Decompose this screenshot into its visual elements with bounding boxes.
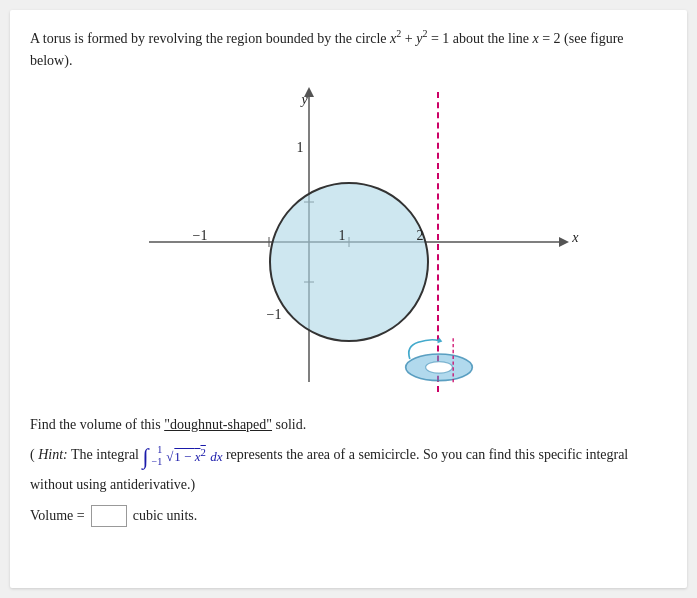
volume-label: Volume =: [30, 508, 85, 524]
hint-line: ( Hint: The integral ∫ 1 −1 √1 − x2 dx r…: [30, 442, 667, 469]
svg-point-9: [425, 362, 452, 374]
volume-input[interactable]: [91, 505, 127, 527]
label-1-top: 1: [297, 140, 304, 156]
hint-line2: without using antiderivative.): [30, 472, 667, 497]
torus-illustration: [399, 334, 479, 384]
hint-open-paren: (: [30, 447, 38, 462]
label-neg1-bottom: −1: [267, 307, 282, 323]
problem-statement: A torus is formed by revolving the regio…: [30, 26, 667, 72]
unit-circle: [269, 182, 429, 342]
question-section: Find the volume of this "doughnut-shaped…: [30, 412, 667, 527]
svg-marker-2: [559, 237, 569, 247]
y-axis-label: y: [302, 92, 308, 108]
doughnut-text: "doughnut-shaped": [164, 417, 272, 432]
sqrt-content: 1 − x2: [173, 449, 207, 464]
integral-upper: 1: [157, 444, 162, 456]
volume-line: Volume = cubic units.: [30, 505, 667, 527]
hint-suffix: represents the area of a semicircle. So …: [226, 447, 628, 462]
x-axis-label: x: [572, 230, 578, 246]
integral-symbol: ∫: [143, 446, 149, 468]
label-neg1-left: −1: [193, 228, 208, 244]
integral-limits: 1 −1: [152, 444, 163, 468]
label-1-right: 1: [339, 228, 346, 244]
hint-label: Hint:: [38, 447, 68, 462]
figure: y x 1 −1 1 −1 2: [109, 82, 589, 402]
integral-integrand: √1 − x2 dx: [166, 443, 222, 469]
find-volume-text: Find the volume of this "doughnut-shaped…: [30, 412, 667, 437]
integral-expression: ∫ 1 −1 √1 − x2 dx: [143, 443, 223, 469]
integral-lower: −1: [152, 456, 163, 468]
units-label: cubic units.: [133, 508, 198, 524]
main-card: A torus is formed by revolving the regio…: [10, 10, 687, 588]
hint-intro: The integral: [71, 447, 143, 462]
label-2: 2: [417, 228, 424, 244]
